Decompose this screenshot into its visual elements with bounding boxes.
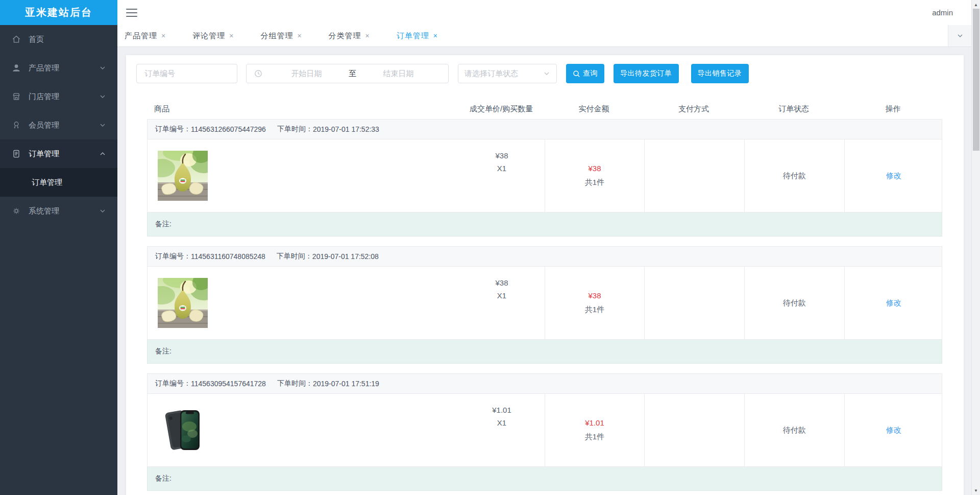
- sidebar-item-label: 会员管理: [29, 121, 99, 130]
- tab-label: 评论管理: [192, 31, 225, 41]
- scroll-up-arrow-icon[interactable]: ▲: [972, 1, 980, 9]
- page-scrollbar[interactable]: ▲ ▼: [971, 0, 980, 495]
- order-block: 订单编号：1145630954157641728 下单时间：2019-07-01…: [147, 373, 942, 491]
- chevron-down-icon: [956, 32, 964, 40]
- tab-groups[interactable]: 分组管理 ×: [260, 31, 302, 41]
- paid-amount: ¥38: [588, 291, 601, 300]
- search-icon: [573, 70, 580, 78]
- sidebar-item-stores[interactable]: 门店管理: [0, 82, 117, 111]
- date-range-picker[interactable]: 开始日期 至 结束日期: [246, 64, 449, 83]
- start-date-placeholder[interactable]: 开始日期: [264, 69, 349, 79]
- top-header: admin: [117, 0, 971, 25]
- order-status-select[interactable]: 请选择订单状态: [458, 64, 557, 83]
- sidebar-item-products[interactable]: 产品管理: [0, 54, 117, 82]
- sidebar-subitem-label: 订单管理: [32, 178, 62, 187]
- quantity: X1: [459, 291, 545, 300]
- sidebar-item-home[interactable]: 首页: [0, 25, 117, 54]
- scrollbar-thumb[interactable]: [973, 9, 979, 151]
- modify-link[interactable]: 修改: [886, 426, 901, 435]
- col-header-product: 商品: [147, 104, 458, 114]
- main-content: 订单编号 开始日期 至 结束日期 请选择订单状态 查询 导出待发货订单 导出销售…: [117, 47, 971, 495]
- search-button[interactable]: 查询: [566, 64, 604, 83]
- iphone-photo: [158, 405, 208, 455]
- sidebar-item-label: 订单管理: [29, 149, 99, 159]
- filter-bar: 订单编号 开始日期 至 结束日期 请选择订单状态 查询 导出待发货订单 导出销售…: [136, 64, 953, 83]
- search-button-label: 查询: [583, 69, 598, 78]
- sidebar-item-label: 门店管理: [29, 92, 99, 102]
- modify-link[interactable]: 修改: [886, 298, 901, 308]
- close-icon[interactable]: ×: [229, 32, 234, 40]
- table-row: ¥38 X1 ¥38 共1件 待付款 修改: [147, 139, 942, 213]
- close-icon[interactable]: ×: [433, 32, 438, 40]
- orders-card: 订单编号 开始日期 至 结束日期 请选择订单状态 查询 导出待发货订单 导出销售…: [126, 55, 964, 495]
- sidebar-item-label: 系统管理: [29, 206, 99, 216]
- chevron-down-icon: [543, 70, 550, 77]
- product-image[interactable]: [158, 405, 208, 455]
- unit-price: ¥38: [459, 278, 545, 287]
- tab-comments[interactable]: 评论管理 ×: [192, 31, 234, 41]
- hamburger-menu-icon[interactable]: [126, 9, 137, 17]
- total-count: 共1件: [585, 305, 604, 315]
- tab-orders[interactable]: 订单管理 ×: [397, 31, 438, 41]
- order-group-header: 订单编号：1145631266075447296 下单时间：2019-07-01…: [147, 119, 942, 139]
- order-list: 订单编号：1145631266075447296 下单时间：2019-07-01…: [147, 119, 942, 491]
- pear-photo: [158, 278, 208, 328]
- sidebar-subitem-order-management[interactable]: 订单管理: [0, 168, 117, 197]
- sidebar-item-members[interactable]: 会员管理: [0, 111, 117, 139]
- tab-categories[interactable]: 分类管理 ×: [329, 31, 370, 41]
- note-label: 备注:: [155, 220, 172, 229]
- pay-method: [644, 267, 744, 339]
- order-number: 1145630954157641728: [191, 380, 266, 388]
- paid-amount: ¥1.01: [585, 418, 604, 427]
- order-status: 待付款: [744, 139, 844, 212]
- pear-photo: [158, 151, 208, 201]
- tab-list-dropdown[interactable]: [948, 25, 971, 46]
- product-image[interactable]: [158, 278, 208, 328]
- user-icon: [11, 63, 21, 73]
- home-icon: [11, 34, 21, 44]
- gear-icon: [11, 206, 21, 216]
- table-row: ¥38 X1 ¥38 共1件 待付款 修改: [147, 267, 942, 340]
- order-number-placeholder: 订单编号: [144, 69, 175, 79]
- note-label: 备注:: [155, 474, 172, 483]
- modify-link[interactable]: 修改: [886, 171, 901, 181]
- order-block: 订单编号：1145631266075447296 下单时间：2019-07-01…: [147, 119, 942, 237]
- tab-products[interactable]: 产品管理 ×: [125, 31, 166, 41]
- chevron-down-icon: [99, 207, 106, 215]
- orders-table: 商品 成交单价/购买数量 实付金额 支付方式 订单状态 操作 订单编号：1145…: [147, 99, 942, 491]
- close-icon[interactable]: ×: [161, 32, 166, 40]
- sidebar: 亚米建站后台 首页 产品管理 门店管理 会员管理 订单管理: [0, 0, 117, 495]
- export-pending-orders-button[interactable]: 导出待发货订单: [614, 64, 679, 83]
- quantity: X1: [459, 418, 545, 427]
- scroll-down-arrow-icon[interactable]: ▼: [972, 486, 980, 494]
- sidebar-item-orders[interactable]: 订单管理: [0, 139, 117, 168]
- end-date-placeholder[interactable]: 结束日期: [356, 69, 440, 79]
- col-header-paid-amount: 实付金额: [544, 104, 644, 114]
- app-logo: 亚米建站后台: [0, 0, 117, 25]
- total-count: 共1件: [585, 432, 604, 442]
- paid-amount: ¥38: [588, 164, 601, 173]
- close-icon[interactable]: ×: [365, 32, 370, 40]
- sidebar-item-label: 首页: [29, 35, 106, 44]
- pay-method: [644, 139, 744, 212]
- sidebar-submenu-orders: 订单管理: [0, 168, 117, 197]
- pay-method: [644, 394, 744, 466]
- total-count: 共1件: [585, 178, 604, 187]
- current-user[interactable]: admin: [932, 8, 953, 17]
- product-image[interactable]: [158, 151, 208, 201]
- order-group-header: 订单编号：1145630954157641728 下单时间：2019-07-01…: [147, 373, 942, 394]
- tab-label: 分组管理: [260, 31, 293, 41]
- export-sales-records-button[interactable]: 导出销售记录: [691, 64, 749, 83]
- col-header-order-status: 订单状态: [744, 104, 844, 114]
- store-icon: [11, 91, 21, 102]
- order-status: 待付款: [744, 267, 844, 339]
- order-icon: [11, 149, 21, 159]
- order-note-row: 备注:: [147, 340, 942, 364]
- member-icon: [11, 120, 21, 130]
- order-time-label: 下单时间：: [277, 252, 312, 261]
- close-icon[interactable]: ×: [297, 32, 302, 40]
- order-time-label: 下单时间：: [277, 379, 313, 388]
- col-header-unit-price-qty: 成交单价/购买数量: [458, 104, 544, 114]
- order-number-input[interactable]: 订单编号: [136, 64, 237, 83]
- sidebar-item-system[interactable]: 系统管理: [0, 197, 117, 225]
